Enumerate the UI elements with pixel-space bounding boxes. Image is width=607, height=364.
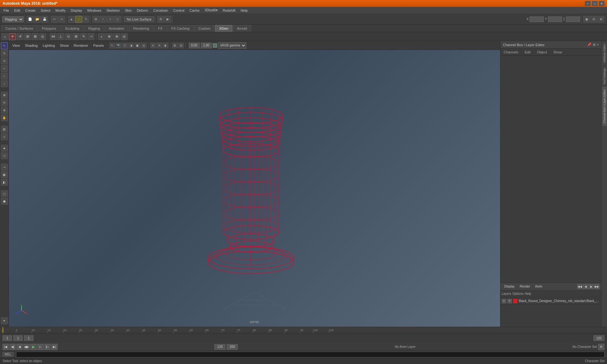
vp-menu-shading[interactable]: Shading	[23, 43, 40, 48]
playback-end-input[interactable]	[593, 335, 604, 341]
cb-tab-channels[interactable]: Channels	[500, 50, 521, 55]
vp-color-swatch[interactable]	[213, 43, 217, 48]
select-tool-btn[interactable]: ↖	[1, 42, 8, 49]
snap-curve-btn[interactable]: ~	[100, 16, 107, 23]
view-tool-btn[interactable]: ⊞	[1, 92, 8, 99]
icon-point-constraint[interactable]: +	[98, 33, 105, 40]
sculpt-btn[interactable]: ⊸	[1, 164, 8, 171]
tab-xgen[interactable]: XGen	[215, 25, 232, 32]
channel-box-expand[interactable]: ⊞	[593, 43, 596, 47]
tab-sculpting[interactable]: Sculpting	[61, 25, 83, 32]
layout-2-btn[interactable]: ⊟	[590, 16, 597, 23]
snap-grid-btn[interactable]: ⊞	[92, 16, 99, 23]
zoom-btn[interactable]: ⊕	[1, 107, 8, 114]
vp-textured-btn[interactable]: ▣	[135, 43, 140, 48]
tab-curves-surfaces[interactable]: Curves / Surfaces	[1, 25, 37, 32]
skip-to-start-btn[interactable]: |◀	[3, 344, 9, 350]
play-fwd-btn[interactable]: ▶	[30, 344, 37, 350]
timeline-scrub-area[interactable]	[0, 333, 607, 343]
cb-tab-show[interactable]: Show	[550, 50, 565, 55]
current-frame-input[interactable]	[13, 335, 23, 341]
layer-menu-layers[interactable]: Layers	[502, 292, 511, 295]
viewport-canvas[interactable]: X Y Z persp	[9, 50, 500, 327]
paint-tool-btn[interactable]: ✎	[1, 50, 8, 57]
layer-btn[interactable]: ▦	[1, 171, 8, 178]
prev-keyframe-btn[interactable]: ◀|	[9, 344, 16, 350]
menu-file[interactable]: File	[1, 8, 11, 13]
icon-ik-handle[interactable]: ⊥	[57, 33, 64, 40]
undo-btn[interactable]: ↩	[51, 16, 58, 23]
layer-skip-fwd[interactable]: ▶▶	[594, 284, 599, 289]
coord-y-input[interactable]	[548, 16, 562, 22]
tool-settings-tab[interactable]: Tool Settings	[602, 65, 607, 87]
tab-fx[interactable]: FX	[154, 25, 167, 32]
xray-btn[interactable]: ◈	[1, 145, 8, 152]
vp-camera-btn[interactable]: 📷	[116, 43, 121, 48]
anim2-btn[interactable]: ◼	[1, 198, 8, 205]
prev-frame-btn[interactable]: ◀	[16, 344, 23, 350]
menu-3dtoall[interactable]: 3DtoAll▾	[202, 8, 220, 13]
module-selector[interactable]: Rigging	[2, 16, 24, 22]
maximize-button[interactable]: □	[592, 1, 598, 6]
layer-menu-help[interactable]: Help	[524, 292, 531, 295]
render-settings-btn[interactable]: ⚙	[157, 16, 164, 23]
icon-move[interactable]: ✛	[9, 33, 16, 40]
mel-label[interactable]: MEL	[3, 352, 14, 357]
vp-shadow-btn[interactable]: ◐	[163, 43, 169, 48]
icon-orient-constraint[interactable]: ⊕	[106, 33, 113, 40]
channel-box-side-tab[interactable]: Channel Box / Layer Editor	[602, 87, 607, 126]
layer-tab-render[interactable]: Render	[518, 284, 532, 289]
menu-modify[interactable]: Modify	[53, 8, 68, 13]
menu-edit[interactable]: Edit	[12, 8, 22, 13]
snap-surface-btn[interactable]: ◇	[1, 133, 8, 140]
icon-cluster[interactable]: ⊙	[65, 33, 72, 40]
color-space-selector[interactable]: sRGB gamma	[218, 42, 246, 49]
vp-menu-view[interactable]: View	[10, 43, 22, 48]
vp-menu-renderer[interactable]: Renderer	[71, 43, 90, 48]
vp-shaded-btn[interactable]: ◑	[128, 43, 134, 48]
layer-name[interactable]: Black_Round_Designer_Chimney_mb_standart…	[519, 299, 600, 303]
vp-isolate-btn[interactable]: ⊙	[150, 43, 156, 48]
channel-box-pin[interactable]: 📌	[587, 43, 592, 47]
menu-skeleton[interactable]: Skeleton	[104, 8, 122, 13]
timeline-ruler[interactable]: 1 5 10 15 20 25 30 35 40 45 50 55 60	[0, 327, 607, 333]
render-btn[interactable]: ▶	[164, 16, 171, 23]
tab-animation[interactable]: Animation	[105, 25, 128, 32]
vp-ao-btn[interactable]: ◎	[141, 43, 147, 48]
icon-scale-tool[interactable]: ⊞	[24, 33, 31, 40]
layer-visibility-btn[interactable]: V	[502, 299, 506, 303]
redo-btn[interactable]: ↪	[58, 16, 65, 23]
menu-constrain[interactable]: Constrain	[151, 8, 170, 13]
vp-select-btn[interactable]: ↖	[109, 43, 115, 48]
layer-tab-anim[interactable]: Anim	[533, 284, 544, 289]
paint-select-btn[interactable]: ✎	[83, 16, 89, 23]
grid-btn[interactable]: ▤	[1, 126, 8, 133]
menu-control[interactable]: Control	[171, 8, 187, 13]
layer-prev[interactable]: ◀	[583, 284, 588, 289]
more-btn[interactable]: ▾	[1, 317, 8, 324]
icon-lattice[interactable]: ⊞	[72, 33, 79, 40]
layer-color-swatch[interactable]	[513, 299, 518, 303]
save-btn[interactable]: 💾	[41, 16, 48, 23]
coord-z-input[interactable]	[566, 16, 580, 22]
wire-btn[interactable]: ⬡	[1, 152, 8, 159]
range-start-input[interactable]	[214, 344, 225, 350]
cb-tab-object[interactable]: Object	[534, 50, 550, 55]
channel-box-close[interactable]: ×	[597, 43, 599, 47]
end-frame-input[interactable]	[24, 335, 34, 341]
layout-3-btn[interactable]: ⊞	[598, 16, 604, 23]
relax-tool-btn[interactable]: ≈	[1, 65, 8, 72]
layer-next[interactable]: ▶	[589, 284, 594, 289]
range-end-input[interactable]	[227, 344, 238, 350]
minimize-button[interactable]: −	[585, 1, 591, 6]
vp-wire-btn[interactable]: ⬡	[122, 43, 128, 48]
anim-btn[interactable]: ◻	[1, 190, 8, 197]
tab-custom[interactable]: Custom	[194, 25, 215, 32]
vp-light-btn[interactable]: ☀	[156, 43, 162, 48]
icon-paint-weights[interactable]: ✎	[80, 33, 87, 40]
menu-create[interactable]: Create	[23, 8, 38, 13]
vp-hud-btn[interactable]: ⊟	[178, 43, 184, 48]
close-button[interactable]: ×	[599, 1, 604, 6]
vp-menu-show[interactable]: Show	[58, 43, 71, 48]
snap-view-btn[interactable]: ◇	[114, 16, 121, 23]
